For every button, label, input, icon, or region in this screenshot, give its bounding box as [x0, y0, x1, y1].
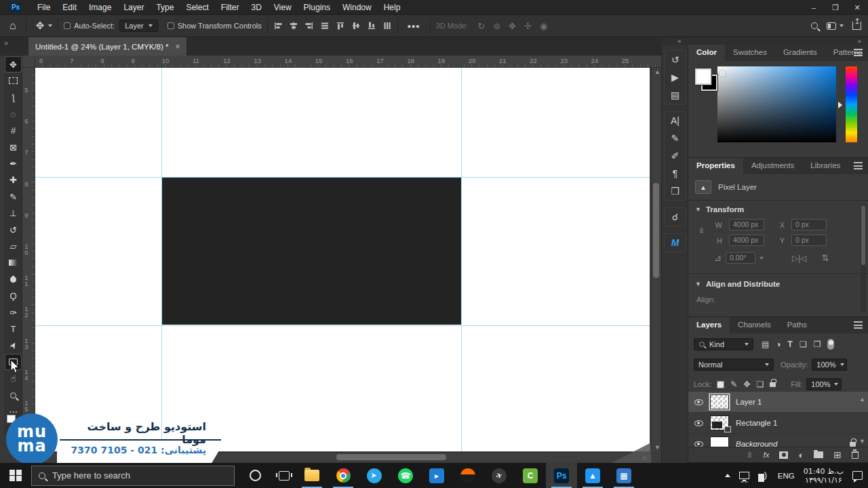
menu-type[interactable]: Type	[150, 1, 180, 14]
brush-settings-panel-icon[interactable]: ✎	[665, 129, 686, 147]
filter-pixel-layers-icon[interactable]: ▤	[762, 340, 769, 349]
hue-slider-marker[interactable]	[838, 102, 842, 108]
color-field[interactable]	[717, 66, 836, 142]
layer-row-layer-1[interactable]: Layer 1	[688, 392, 868, 413]
new-layer-icon[interactable]: ⊞	[833, 449, 842, 460]
paragraph-panel-icon[interactable]: ¶	[665, 165, 686, 182]
hue-strip[interactable]	[846, 66, 857, 142]
properties-scrollbar[interactable]	[861, 204, 866, 312]
color-tab-color[interactable]: Color	[688, 45, 725, 61]
opacity-input[interactable]: 100%	[812, 359, 847, 371]
panel-foreground-swatch[interactable]	[695, 68, 711, 85]
layer-filter-toggle[interactable]	[827, 339, 834, 350]
layers-tab-channels[interactable]: Channels	[730, 317, 779, 333]
minimize-button[interactable]: –	[803, 0, 825, 15]
auto-select-checkbox[interactable]: Auto-Select:	[64, 22, 115, 30]
tv-app-taskbar-button[interactable]: ▸	[421, 463, 452, 488]
x-input[interactable]: 0 px	[791, 219, 827, 230]
actions-panel-icon[interactable]: ▶	[665, 68, 686, 86]
filter-smart-objects-icon[interactable]: ❐	[814, 340, 821, 349]
align-horizontal-centers-icon[interactable]	[289, 21, 298, 30]
expand-panels-icon[interactable]: »	[857, 37, 861, 45]
workspace-switcher[interactable]	[827, 22, 844, 30]
properties-tab-adjustments[interactable]: Adjustments	[743, 158, 802, 174]
link-dimensions-icon[interactable]: ∞	[699, 226, 705, 235]
ruler-origin[interactable]	[22, 56, 35, 68]
lock-all-icon[interactable]	[770, 382, 776, 387]
distribute-horizontally-icon[interactable]	[320, 21, 330, 30]
pen-tool[interactable]: ✑	[5, 305, 21, 320]
align-bottom-edges-icon[interactable]	[367, 21, 376, 30]
lock-pixels-icon[interactable]: ✎	[730, 380, 737, 389]
show-transform-controls-checkbox[interactable]: Show Transform Controls	[167, 22, 262, 30]
document-tab[interactable]: Untitled-1 @ 24% (Layer 1, CMYK/8) * ×	[28, 37, 186, 56]
lock-position-icon[interactable]: ✥	[743, 380, 750, 389]
character-panel-icon[interactable]: A|	[665, 112, 686, 129]
action-center-icon[interactable]	[852, 471, 863, 480]
filter-adjustment-layers-icon[interactable]: ◑	[776, 340, 781, 349]
adjustment-layer-icon[interactable]: ◐	[798, 450, 804, 460]
move-tool-preset-icon[interactable]: ✥	[32, 20, 49, 32]
file-explorer-taskbar-button[interactable]	[296, 463, 328, 488]
distribute-vertically-icon[interactable]	[382, 21, 392, 30]
move-tool[interactable]: ✥	[5, 57, 21, 72]
transform-section-header[interactable]: ▼ Transform	[695, 205, 744, 214]
guide-vertical-2[interactable]	[461, 68, 462, 451]
layers-tab-paths[interactable]: Paths	[779, 317, 815, 333]
layer-thumbnail[interactable]	[710, 394, 729, 409]
guide-horizontal-2[interactable]	[35, 325, 650, 326]
search-icon[interactable]	[811, 22, 818, 29]
auto-select-target-dropdown[interactable]: Layer	[119, 20, 158, 32]
properties-tab-libraries[interactable]: Libraries	[802, 158, 848, 174]
delete-layer-icon[interactable]	[852, 451, 859, 459]
more-align-options-button[interactable]: •••	[403, 20, 425, 32]
eyedropper-tool[interactable]: ✒	[5, 156, 21, 171]
start-button[interactable]	[0, 463, 31, 488]
ruler-left[interactable]: 56789101112131415	[22, 68, 35, 463]
flip-vertical-icon[interactable]: ⇅	[821, 253, 829, 263]
layer-thumbnail[interactable]	[710, 436, 729, 447]
restore-button[interactable]: ❐	[825, 0, 846, 15]
y-input[interactable]: 0 px	[791, 235, 827, 246]
layer-style-icon[interactable]: fx	[763, 451, 769, 459]
camtasia-taskbar-button[interactable]: C	[515, 463, 546, 488]
layer-name[interactable]: Rectangle 1	[736, 419, 777, 427]
filter-shape-layers-icon[interactable]: ❏	[800, 340, 807, 349]
menu-filter[interactable]: Filter	[215, 1, 245, 14]
taskbar-search-input[interactable]: Type here to search	[31, 466, 235, 486]
telegram-taskbar-button[interactable]: ➤	[359, 463, 390, 488]
align-section-header[interactable]: ▼ Align and Distribute	[695, 280, 780, 288]
threed-panel-icon[interactable]: ❒	[665, 182, 686, 200]
layer-row-rectangle-1[interactable]: Rectangle 1	[688, 413, 868, 434]
layers-tab-layers[interactable]: Layers	[688, 317, 730, 333]
menu-help[interactable]: Help	[378, 1, 407, 14]
layer-row-background[interactable]: Background	[688, 434, 868, 447]
link-layers-icon[interactable]: ∞	[745, 452, 755, 458]
tray-overflow-icon[interactable]	[725, 474, 730, 477]
lasso-tool[interactable]: ƪ	[5, 90, 21, 105]
angle-input[interactable]: 0.00°	[726, 252, 755, 264]
layer-filter-dropdown[interactable]: Kind	[694, 338, 753, 350]
photoshop-taskbar-button[interactable]: Ps	[546, 463, 577, 488]
new-group-icon[interactable]	[814, 451, 823, 458]
menu-file[interactable]: File	[31, 1, 56, 14]
home-icon[interactable]: ⌂	[5, 20, 20, 32]
type-tool[interactable]: T	[5, 321, 21, 336]
width-input[interactable]: 4000 px	[729, 219, 764, 230]
color-tab-gradients[interactable]: Gradients	[775, 45, 825, 61]
color-panel-menu-icon[interactable]	[854, 49, 863, 58]
tray-clock[interactable]: ب.ظ 01:40 ۱۳۹۹/۱۱/۱۶	[804, 467, 844, 485]
fill-input[interactable]: 100%	[806, 378, 842, 390]
path-selection-tool[interactable]: ➤	[5, 338, 21, 353]
zoom-tool[interactable]	[5, 388, 21, 403]
brush-tool[interactable]: ✎	[5, 189, 21, 204]
menu-plugins[interactable]: Plugins	[298, 1, 336, 14]
drawn-rectangle[interactable]	[162, 178, 461, 325]
menu-view[interactable]: View	[268, 1, 298, 14]
network-icon[interactable]	[739, 472, 749, 479]
eraser-tool[interactable]: ▱	[5, 239, 21, 253]
menu-image[interactable]: Image	[83, 1, 117, 14]
canvas[interactable]	[35, 68, 650, 451]
volume-icon[interactable]	[758, 472, 769, 480]
filter-type-layers-icon[interactable]: T	[788, 340, 793, 349]
